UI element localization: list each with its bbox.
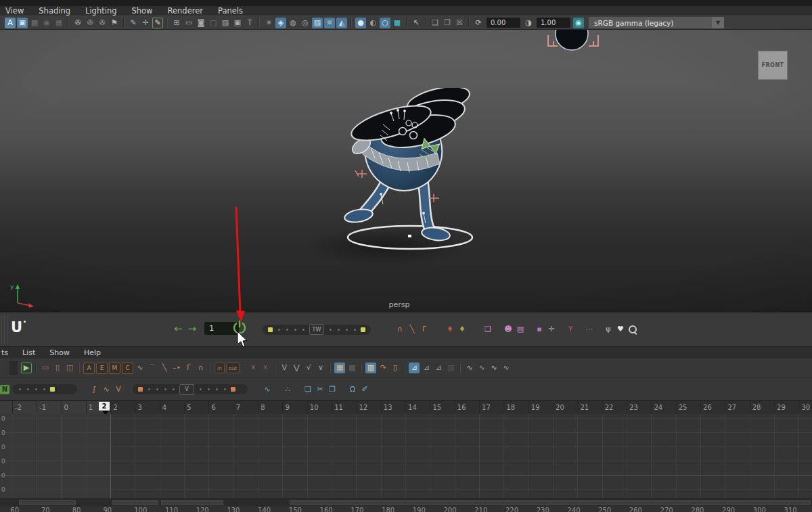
tangent-preset-a-icon[interactable]: A [83, 363, 95, 374]
ge-play-icon[interactable]: ▶ [21, 363, 32, 373]
exposure-field[interactable]: 0.00 [487, 18, 520, 28]
select-mask-hierarchy-icon[interactable]: ▣ [17, 18, 28, 28]
playhead-frame-badge[interactable]: 2 [99, 402, 110, 411]
3d-viewport[interactable]: FRONT [0, 30, 812, 312]
pencil-curve-icon[interactable]: ✎ [152, 18, 163, 28]
select-mask-component-icon[interactable]: ◉ [41, 18, 52, 28]
tangent-step-icon[interactable]: Γ [183, 363, 194, 373]
tween-machine-slider[interactable]: TW [263, 325, 371, 335]
lattice-deform-icon[interactable]: ▩ [346, 363, 357, 373]
frame-selection-icon[interactable]: ▯ [52, 363, 63, 373]
retime-tool-icon[interactable]: ▥ [365, 363, 376, 373]
blend-slider-a[interactable] [12, 384, 77, 394]
axis-icon[interactable]: ✛ [546, 324, 557, 335]
frame-playback-icon[interactable]: ◫ [64, 363, 75, 373]
tangent-plateau-icon[interactable]: ∩ [196, 363, 206, 373]
spike-filter-icon[interactable]: √ [303, 363, 314, 373]
slider-v-left-icon[interactable] [138, 387, 143, 392]
toolbar-grip-handle[interactable] [1, 315, 7, 344]
teal-curve-icon[interactable]: ∿ [262, 384, 273, 395]
contrast-icon[interactable]: ◑ [523, 18, 534, 28]
tangent-arc-icon[interactable]: ⌒ [147, 363, 158, 373]
chevron-down-icon[interactable]: ▼ [712, 17, 724, 28]
frame-all-icon[interactable]: ▭ [40, 363, 51, 373]
paste-keys-icon[interactable]: ❐ [327, 384, 338, 395]
tangent-preset-c-icon[interactable]: C [122, 363, 133, 374]
graph-curve-area[interactable]: 000000 [0, 414, 812, 498]
resolution-gate-icon[interactable]: ◙ [196, 18, 206, 28]
tangent-preset-e-icon[interactable]: E [96, 363, 108, 374]
ease-curve-icon[interactable]: ∩ [394, 324, 405, 335]
out-tangent-icon[interactable]: out [226, 363, 240, 373]
v-curve-icon[interactable]: V [113, 384, 124, 395]
ruler-icon[interactable]: ▯ [390, 363, 401, 373]
menu-show[interactable]: Show [132, 6, 153, 16]
select-mask-asset-icon[interactable]: ▦ [53, 18, 64, 28]
micro-move-icon[interactable]: ∴ [282, 384, 293, 395]
select-mask-all-icon[interactable]: A [5, 18, 16, 28]
red-droplet-icon[interactable]: ♦ [445, 324, 455, 335]
graph-view-icon[interactable]: ⊿ [409, 363, 420, 373]
select-similar-icon[interactable]: ✐ [359, 384, 370, 395]
color-management-icon[interactable]: ◉ [573, 18, 584, 28]
xray-icon[interactable]: ❏ [430, 18, 441, 28]
snap-camera-icon[interactable]: ✇ [72, 18, 83, 28]
camera-next-icon[interactable]: ✇ [97, 18, 108, 28]
buffer-curve-1-icon[interactable]: ∿ [464, 363, 475, 373]
graph-stack-icon[interactable]: ⊿ [433, 363, 444, 373]
shadows-icon[interactable]: ◭ [336, 18, 347, 28]
xray-joints-icon[interactable]: ❐ [442, 18, 453, 28]
timeline-ruler[interactable]: 2 -2-10123456789101112131415161718192021… [0, 400, 812, 414]
field-chart-icon[interactable]: ▨ [220, 18, 231, 28]
isolate-select-icon[interactable]: ↖ [411, 18, 422, 28]
menu-renderer[interactable]: Renderer [168, 6, 204, 16]
animbot-logo[interactable]: U [11, 319, 22, 335]
tangent-spline-icon[interactable]: ∿ [135, 363, 145, 373]
film-gate-icon[interactable]: ▭ [183, 18, 194, 28]
yellow-droplet-icon[interactable]: ♦ [457, 324, 468, 335]
gate-mask-icon[interactable]: ▢ [208, 18, 219, 28]
lock-tangent-weight-icon[interactable]: ⋁ [291, 363, 302, 373]
bookmark-icon[interactable]: ⚑ [109, 18, 120, 28]
textured-sphere-icon[interactable]: ◎ [300, 18, 311, 28]
linear-curve-icon[interactable]: ╲ [407, 324, 418, 335]
feedback-bubble-icon[interactable]: ❑ [482, 324, 493, 335]
anti-alias-icon[interactable]: ○ [380, 18, 390, 28]
top-sphere-object[interactable] [535, 30, 616, 61]
lighting-icon[interactable]: ☼ [324, 18, 335, 28]
camera-prev-icon[interactable]: ✇ [85, 18, 95, 28]
scrollbar-segment[interactable] [161, 500, 223, 505]
mocap-figure-icon[interactable]: ψ [603, 324, 614, 335]
snap-tool-icon[interactable]: ✛ [140, 18, 151, 28]
ge-menu-ts[interactable]: ts [1, 348, 8, 357]
next-key-arrow-icon[interactable]: → [188, 324, 197, 333]
pivot-icon[interactable]: ▪ [534, 324, 545, 335]
insert-key-hook-icon[interactable]: ↷ [378, 363, 388, 373]
motion-blur-icon[interactable]: ◐ [367, 18, 378, 28]
copy-keys-icon[interactable]: ❏ [302, 384, 313, 395]
break-tangents-icon[interactable]: ☓ [248, 363, 258, 373]
wheel-icon[interactable]: ✳ [263, 18, 274, 28]
refresh-icon[interactable]: ⟳ [473, 18, 484, 28]
graph-ghost-icon[interactable]: ▨ [445, 363, 456, 373]
unify-tangents-icon[interactable]: ☓ [260, 363, 271, 373]
tween-left-key-icon[interactable] [268, 327, 273, 332]
gamma-field[interactable]: 1.00 [537, 18, 570, 28]
menu-lighting[interactable]: Lighting [85, 6, 116, 16]
scrollbar-segment[interactable] [112, 500, 158, 505]
search-icon[interactable] [628, 325, 638, 335]
graph-normalize-icon[interactable]: ⊿ [421, 363, 432, 373]
scrollbar-segment[interactable] [19, 500, 76, 505]
step-curve-icon[interactable]: Γ [419, 324, 430, 335]
select-mask-object-icon[interactable]: ▩ [29, 18, 40, 28]
menu-view[interactable]: View [5, 6, 24, 16]
folder-icon[interactable]: ▤ [515, 324, 526, 335]
more-options-icon[interactable]: ⋯ [584, 324, 595, 335]
prev-key-arrow-icon[interactable]: ← [174, 324, 183, 333]
grid-display-icon[interactable]: ⊞ [171, 18, 182, 28]
graph-scrollbar[interactable] [0, 498, 812, 506]
ge-menu-list[interactable]: List [22, 348, 35, 357]
ge-menu-help[interactable]: Help [84, 348, 101, 357]
normalize-badge[interactable]: N [0, 385, 9, 394]
paint-tool-icon[interactable]: ✎ [128, 18, 139, 28]
